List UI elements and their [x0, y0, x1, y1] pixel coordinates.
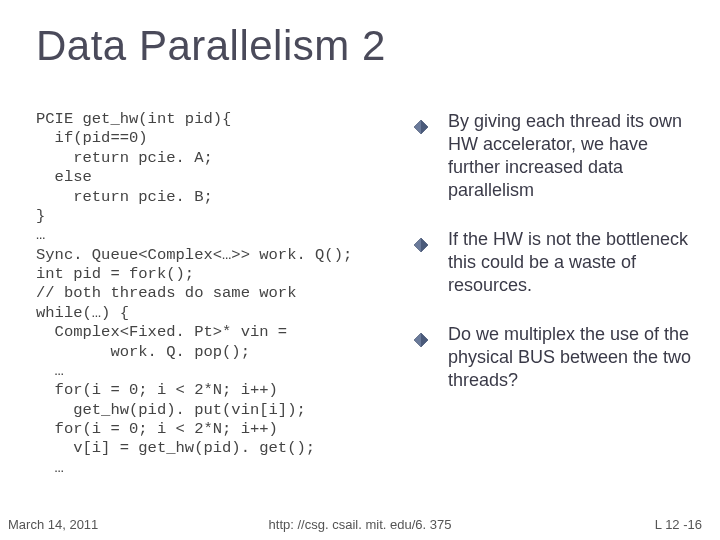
bullet-text: If the HW is not the bottleneck this cou…	[448, 228, 700, 297]
slide-title: Data Parallelism 2	[0, 0, 720, 70]
code-block: PCIE get_hw(int pid){ if(pid==0) return …	[36, 110, 406, 500]
diamond-bullet-icon	[414, 115, 438, 134]
bullet-text: Do we multiplex the use of the physical …	[448, 323, 700, 392]
diamond-bullet-icon	[414, 233, 438, 252]
svg-marker-3	[421, 238, 428, 252]
footer-url: http: //csg. csail. mit. edu/6. 375	[0, 517, 720, 532]
diamond-bullet-icon	[414, 328, 438, 347]
bullet-list: By giving each thread its own HW acceler…	[406, 110, 700, 500]
svg-marker-5	[421, 333, 428, 347]
list-item: Do we multiplex the use of the physical …	[414, 323, 700, 392]
svg-marker-1	[421, 120, 428, 134]
slide-content: PCIE get_hw(int pid){ if(pid==0) return …	[36, 110, 700, 500]
bullet-text: By giving each thread its own HW acceler…	[448, 110, 700, 202]
list-item: By giving each thread its own HW acceler…	[414, 110, 700, 202]
footer-page: L 12 -16	[655, 517, 702, 532]
list-item: If the HW is not the bottleneck this cou…	[414, 228, 700, 297]
